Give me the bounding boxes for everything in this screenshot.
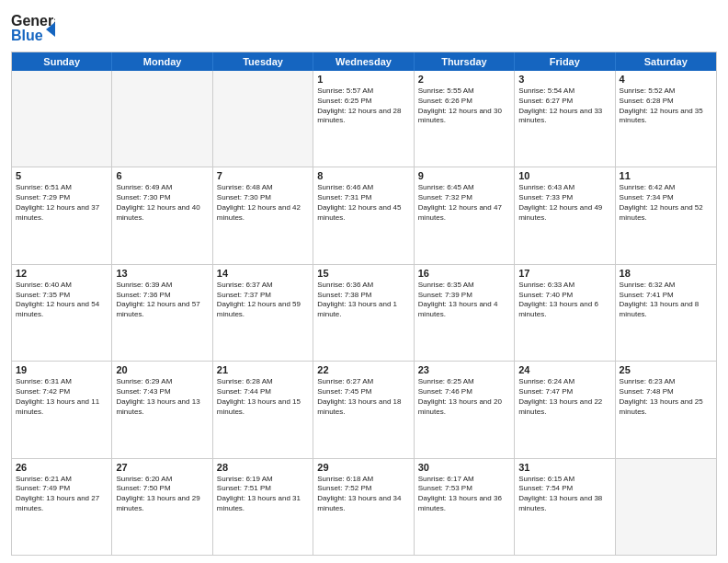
- cell-info: Sunrise: 5:57 AMSunset: 6:25 PMDaylight:…: [317, 86, 409, 126]
- day-cell-17: 17Sunrise: 6:33 AMSunset: 7:40 PMDayligh…: [515, 265, 615, 361]
- cell-info: Sunrise: 6:23 AMSunset: 7:48 PMDaylight:…: [620, 377, 712, 417]
- day-cell-5: 5Sunrise: 6:51 AMSunset: 7:29 PMDaylight…: [12, 167, 112, 263]
- day-number: 26: [16, 462, 108, 473]
- day-cell-7: 7Sunrise: 6:48 AMSunset: 7:30 PMDaylight…: [213, 167, 313, 263]
- day-cell-19: 19Sunrise: 6:31 AMSunset: 7:42 PMDayligh…: [12, 362, 112, 457]
- day-cell-15: 15Sunrise: 6:36 AMSunset: 7:38 PMDayligh…: [313, 265, 414, 361]
- cell-info: Sunrise: 6:27 AMSunset: 7:45 PMDaylight:…: [317, 377, 409, 417]
- cell-info: Sunrise: 5:52 AMSunset: 6:28 PMDaylight:…: [620, 86, 712, 126]
- calendar-row-0: 1Sunrise: 5:57 AMSunset: 6:25 PMDaylight…: [12, 71, 716, 167]
- day-number: 16: [418, 268, 510, 279]
- day-header-tuesday: Tuesday: [213, 52, 313, 71]
- day-number: 27: [116, 462, 208, 473]
- calendar-row-1: 5Sunrise: 6:51 AMSunset: 7:29 PMDaylight…: [12, 167, 716, 263]
- day-number: 20: [116, 364, 208, 375]
- day-number: 21: [217, 364, 309, 375]
- day-header-friday: Friday: [515, 52, 615, 71]
- day-header-saturday: Saturday: [616, 52, 716, 71]
- day-cell-21: 21Sunrise: 6:28 AMSunset: 7:44 PMDayligh…: [213, 362, 313, 457]
- day-cell-13: 13Sunrise: 6:39 AMSunset: 7:36 PMDayligh…: [112, 265, 212, 361]
- logo-icon: General Blue: [11, 9, 55, 44]
- calendar-row-4: 26Sunrise: 6:21 AMSunset: 7:49 PMDayligh…: [12, 458, 716, 555]
- day-cell-29: 29Sunrise: 6:18 AMSunset: 7:52 PMDayligh…: [313, 459, 414, 555]
- day-number: 22: [317, 364, 409, 375]
- calendar-body: 1Sunrise: 5:57 AMSunset: 6:25 PMDaylight…: [12, 71, 716, 555]
- day-number: 14: [217, 268, 309, 279]
- day-number: 25: [620, 364, 712, 375]
- cell-info: Sunrise: 6:51 AMSunset: 7:29 PMDaylight:…: [16, 183, 108, 223]
- day-number: 24: [518, 364, 610, 375]
- day-cell-11: 11Sunrise: 6:42 AMSunset: 7:34 PMDayligh…: [616, 167, 716, 263]
- day-cell-6: 6Sunrise: 6:49 AMSunset: 7:30 PMDaylight…: [112, 167, 212, 263]
- cell-info: Sunrise: 6:15 AMSunset: 7:54 PMDaylight:…: [518, 475, 610, 514]
- day-cell-1: 1Sunrise: 5:57 AMSunset: 6:25 PMDaylight…: [313, 71, 414, 167]
- day-cell-14: 14Sunrise: 6:37 AMSunset: 7:37 PMDayligh…: [213, 265, 313, 361]
- day-number: 31: [518, 462, 610, 473]
- cell-info: Sunrise: 6:37 AMSunset: 7:37 PMDaylight:…: [217, 281, 309, 320]
- day-number: 11: [620, 170, 712, 181]
- day-header-sunday: Sunday: [12, 52, 112, 71]
- day-number: 8: [317, 170, 409, 181]
- cell-info: Sunrise: 6:29 AMSunset: 7:43 PMDaylight:…: [116, 377, 208, 417]
- day-number: 2: [418, 74, 510, 85]
- day-cell-10: 10Sunrise: 6:43 AMSunset: 7:33 PMDayligh…: [515, 167, 615, 263]
- day-number: 10: [518, 170, 610, 181]
- day-cell-9: 9Sunrise: 6:45 AMSunset: 7:32 PMDaylight…: [415, 167, 515, 263]
- day-number: 1: [317, 74, 409, 85]
- cell-info: Sunrise: 6:18 AMSunset: 7:52 PMDaylight:…: [317, 475, 409, 514]
- day-number: 30: [418, 462, 510, 473]
- empty-cell: [213, 71, 313, 167]
- day-number: 19: [16, 364, 108, 375]
- calendar: SundayMondayTuesdayWednesdayThursdayFrid…: [11, 52, 717, 556]
- day-header-thursday: Thursday: [415, 52, 515, 71]
- calendar-row-3: 19Sunrise: 6:31 AMSunset: 7:42 PMDayligh…: [12, 361, 716, 457]
- empty-cell: [12, 71, 112, 167]
- cell-info: Sunrise: 6:39 AMSunset: 7:36 PMDaylight:…: [116, 281, 208, 320]
- cell-info: Sunrise: 6:46 AMSunset: 7:31 PMDaylight:…: [317, 183, 409, 223]
- day-cell-28: 28Sunrise: 6:19 AMSunset: 7:51 PMDayligh…: [213, 459, 313, 555]
- day-cell-23: 23Sunrise: 6:25 AMSunset: 7:46 PMDayligh…: [415, 362, 515, 457]
- calendar-row-2: 12Sunrise: 6:40 AMSunset: 7:35 PMDayligh…: [12, 264, 716, 361]
- calendar-header: SundayMondayTuesdayWednesdayThursdayFrid…: [12, 52, 716, 71]
- svg-text:Blue: Blue: [11, 28, 43, 43]
- day-number: 13: [116, 268, 208, 279]
- day-cell-27: 27Sunrise: 6:20 AMSunset: 7:50 PMDayligh…: [112, 459, 212, 555]
- day-cell-18: 18Sunrise: 6:32 AMSunset: 7:41 PMDayligh…: [616, 265, 716, 361]
- day-cell-4: 4Sunrise: 5:52 AMSunset: 6:28 PMDaylight…: [616, 71, 716, 167]
- svg-text:General: General: [11, 13, 55, 29]
- day-cell-31: 31Sunrise: 6:15 AMSunset: 7:54 PMDayligh…: [515, 459, 615, 555]
- day-number: 4: [620, 74, 712, 85]
- cell-info: Sunrise: 6:20 AMSunset: 7:50 PMDaylight:…: [116, 475, 208, 514]
- day-number: 9: [418, 170, 510, 181]
- cell-info: Sunrise: 6:36 AMSunset: 7:38 PMDaylight:…: [317, 281, 409, 320]
- day-cell-25: 25Sunrise: 6:23 AMSunset: 7:48 PMDayligh…: [616, 362, 716, 457]
- day-number: 12: [16, 268, 108, 279]
- cell-info: Sunrise: 6:49 AMSunset: 7:30 PMDaylight:…: [116, 183, 208, 223]
- day-cell-30: 30Sunrise: 6:17 AMSunset: 7:53 PMDayligh…: [415, 459, 515, 555]
- cell-info: Sunrise: 6:45 AMSunset: 7:32 PMDaylight:…: [418, 183, 510, 223]
- day-cell-2: 2Sunrise: 5:55 AMSunset: 6:26 PMDaylight…: [415, 71, 515, 167]
- day-cell-16: 16Sunrise: 6:35 AMSunset: 7:39 PMDayligh…: [415, 265, 515, 361]
- day-cell-26: 26Sunrise: 6:21 AMSunset: 7:49 PMDayligh…: [12, 459, 112, 555]
- day-cell-3: 3Sunrise: 5:54 AMSunset: 6:27 PMDaylight…: [515, 71, 615, 167]
- cell-info: Sunrise: 6:24 AMSunset: 7:47 PMDaylight:…: [518, 377, 610, 417]
- cell-info: Sunrise: 6:32 AMSunset: 7:41 PMDaylight:…: [620, 281, 712, 320]
- day-number: 7: [217, 170, 309, 181]
- cell-info: Sunrise: 6:19 AMSunset: 7:51 PMDaylight:…: [217, 475, 309, 514]
- day-cell-22: 22Sunrise: 6:27 AMSunset: 7:45 PMDayligh…: [313, 362, 414, 457]
- day-header-monday: Monday: [112, 52, 212, 71]
- cell-info: Sunrise: 6:17 AMSunset: 7:53 PMDaylight:…: [418, 475, 510, 514]
- day-cell-12: 12Sunrise: 6:40 AMSunset: 7:35 PMDayligh…: [12, 265, 112, 361]
- cell-info: Sunrise: 6:48 AMSunset: 7:30 PMDaylight:…: [217, 183, 309, 223]
- cell-info: Sunrise: 6:25 AMSunset: 7:46 PMDaylight:…: [418, 377, 510, 417]
- day-number: 15: [317, 268, 409, 279]
- day-number: 23: [418, 364, 510, 375]
- logo: General Blue: [11, 9, 55, 44]
- header: General Blue: [11, 9, 717, 44]
- cell-info: Sunrise: 5:54 AMSunset: 6:27 PMDaylight:…: [518, 86, 610, 126]
- day-header-wednesday: Wednesday: [313, 52, 414, 71]
- cell-info: Sunrise: 6:43 AMSunset: 7:33 PMDaylight:…: [518, 183, 610, 223]
- cell-info: Sunrise: 6:31 AMSunset: 7:42 PMDaylight:…: [16, 377, 108, 417]
- cell-info: Sunrise: 6:42 AMSunset: 7:34 PMDaylight:…: [620, 183, 712, 223]
- empty-cell: [616, 459, 716, 555]
